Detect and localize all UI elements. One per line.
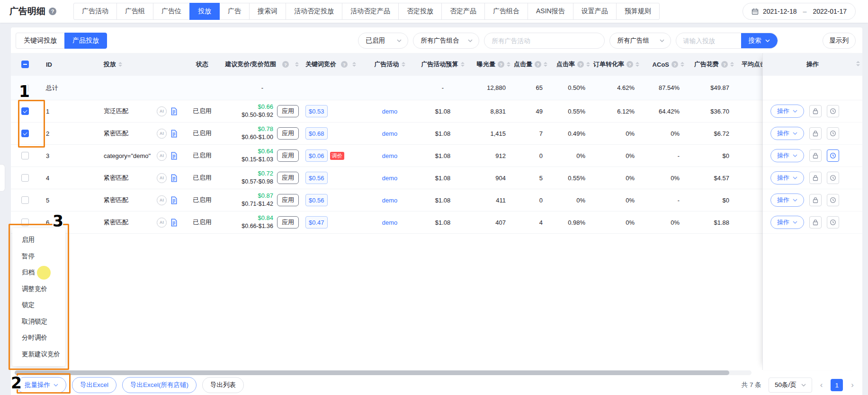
campaign-link[interactable]: demo [382, 197, 398, 204]
page-help-icon[interactable]: ? [49, 8, 56, 15]
row-actions-button[interactable]: 操作 [770, 193, 804, 207]
lock-icon[interactable] [809, 105, 822, 117]
top-tab[interactable]: 广告位 [153, 3, 190, 20]
campaign-link[interactable]: demo [382, 219, 398, 226]
apply-bid-button[interactable]: 应用 [277, 216, 299, 228]
ai-icon[interactable]: AI [157, 129, 167, 139]
next-page-icon[interactable]: › [850, 380, 855, 390]
lock-icon[interactable] [809, 172, 822, 184]
export-excel-all-button[interactable]: 导出Excel(所有店铺) [122, 377, 197, 393]
col-header-impressions[interactable]: 曝光量 ? [469, 60, 514, 69]
current-page-button[interactable]: 1 [831, 379, 843, 391]
lock-icon[interactable] [809, 216, 822, 228]
document-icon[interactable] [170, 130, 178, 138]
help-icon[interactable]: ? [626, 61, 633, 68]
row-checkbox[interactable] [21, 152, 29, 159]
batch-actions-button[interactable]: 批量操作 [17, 377, 66, 393]
top-tab[interactable]: 活动否定投放 [286, 3, 342, 20]
row-actions-button[interactable]: 操作 [770, 105, 804, 118]
apply-bid-button[interactable]: 应用 [277, 194, 299, 206]
help-icon[interactable]: ? [498, 61, 504, 68]
top-tab[interactable]: ASIN报告 [528, 3, 573, 20]
ai-icon[interactable]: AI [157, 195, 167, 205]
clock-icon[interactable] [827, 172, 839, 184]
col-header-clicks[interactable]: 点击量 ? [514, 60, 551, 69]
top-tab[interactable]: 预算规则 [616, 3, 660, 20]
col-header-avg-cpc[interactable]: 平均点击费用 [738, 60, 762, 69]
tab-product-targeting[interactable]: 产品投放 [64, 33, 107, 49]
col-header-keyword-bid[interactable]: 关键词竞价 ? [303, 60, 363, 69]
clock-icon[interactable] [827, 127, 839, 140]
apply-bid-button[interactable]: 应用 [277, 172, 299, 184]
keyword-bid-button[interactable]: $0.53 [305, 105, 328, 117]
ai-icon[interactable]: AI [157, 218, 167, 228]
help-icon[interactable]: ? [671, 61, 678, 68]
menu-item[interactable]: 归档 [12, 264, 65, 281]
side-drawer-handle[interactable] [0, 164, 5, 192]
ai-icon[interactable]: AI [157, 151, 167, 161]
help-icon[interactable]: ? [282, 61, 289, 68]
top-tab[interactable]: 广告 [219, 3, 250, 20]
top-tab[interactable]: 设置产品 [573, 3, 617, 20]
col-header-targeting[interactable]: 投放 [73, 60, 182, 69]
menu-item[interactable]: 暂停 [12, 248, 65, 264]
menu-item[interactable]: 更新建议竞价 [12, 346, 65, 362]
clock-icon[interactable] [827, 105, 839, 117]
clock-icon[interactable] [827, 216, 839, 228]
menu-item[interactable]: 锁定 [12, 297, 65, 313]
document-icon[interactable] [170, 107, 178, 115]
export-list-button[interactable]: 导出列表 [202, 377, 244, 393]
menu-item[interactable]: 调整竞价 [12, 281, 65, 297]
select-all-checkbox[interactable] [21, 61, 29, 68]
search-button[interactable]: 搜索 [741, 33, 778, 49]
row-checkbox[interactable] [21, 196, 29, 204]
ai-icon[interactable]: AI [157, 106, 167, 116]
keyword-bid-button[interactable]: $0.68 [305, 127, 328, 140]
row-actions-button[interactable]: 操作 [770, 171, 804, 184]
row-actions-button[interactable]: 操作 [770, 216, 804, 229]
row-actions-button[interactable]: 操作 [770, 149, 804, 162]
clock-icon[interactable] [827, 149, 839, 162]
top-tab[interactable]: 否定投放 [398, 3, 442, 20]
date-range-picker[interactable]: 2021-12-18 – 2022-01-17 [743, 3, 856, 20]
help-icon[interactable]: ? [721, 61, 728, 68]
lock-icon[interactable] [809, 149, 822, 162]
document-icon[interactable] [170, 196, 178, 204]
apply-bid-button[interactable]: 应用 [277, 149, 299, 162]
row-checkbox[interactable] [21, 174, 29, 182]
keyword-bid-button[interactable]: $0.56 [305, 194, 328, 206]
document-icon[interactable] [170, 152, 178, 160]
help-icon[interactable]: ? [535, 61, 541, 68]
campaign-filter-input[interactable] [484, 37, 604, 44]
keyword-bid-button[interactable]: $0.56 [305, 172, 328, 184]
apply-bid-button[interactable]: 应用 [277, 127, 299, 140]
row-checkbox[interactable] [21, 130, 29, 137]
ai-icon[interactable]: AI [157, 173, 167, 183]
document-icon[interactable] [170, 219, 178, 227]
clock-icon[interactable] [827, 194, 839, 206]
campaign-link[interactable]: demo [382, 152, 398, 159]
top-tab[interactable]: 活动否定产品 [342, 3, 399, 20]
targeting-search-input[interactable] [676, 37, 734, 44]
keyword-bid-button[interactable]: $0.06 [305, 149, 328, 162]
top-tab[interactable]: 广告组 [116, 3, 153, 20]
campaign-link[interactable]: demo [382, 130, 398, 137]
show-columns-button[interactable]: 显示列 [823, 33, 856, 49]
page-size-select[interactable]: 50条/页 [769, 377, 812, 393]
adgroup-filter-select[interactable]: 所有广告组 [609, 33, 671, 49]
col-header-acos[interactable]: ACoS ? [643, 61, 688, 68]
document-icon[interactable] [170, 174, 178, 182]
prev-page-icon[interactable]: ‹ [819, 380, 824, 390]
apply-bid-button[interactable]: 应用 [277, 105, 299, 117]
help-icon[interactable]: ? [341, 61, 348, 68]
lock-icon[interactable] [809, 194, 822, 206]
row-checkbox[interactable] [21, 107, 29, 115]
lock-icon[interactable] [809, 127, 822, 140]
col-header-campaign-budget[interactable]: 广告活动预算 [416, 60, 469, 69]
top-tab[interactable]: 否定产品 [441, 3, 485, 20]
menu-item[interactable]: 启用 [12, 232, 65, 248]
top-tab[interactable]: 广告组合 [484, 3, 528, 20]
top-tab[interactable]: 投放 [189, 3, 220, 20]
status-filter-select[interactable]: 已启用 [358, 33, 408, 49]
campaign-link[interactable]: demo [382, 175, 398, 182]
